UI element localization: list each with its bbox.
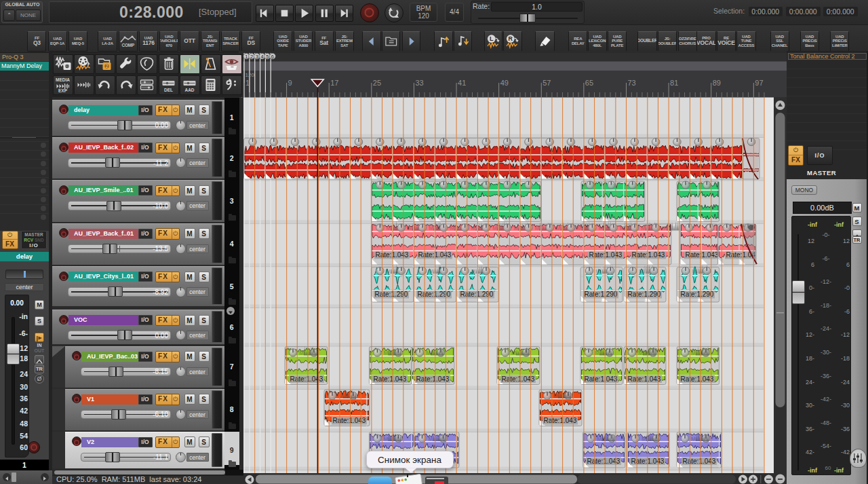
svg-text:M: M (597, 436, 601, 443)
svg-text:41: 41 (458, 79, 466, 87)
svg-text:M: M (383, 350, 388, 356)
svg-text:33: 33 (415, 79, 423, 87)
svg-text:M: M (598, 225, 603, 231)
svg-text:4: 4 (260, 54, 263, 60)
svg-text:65: 65 (585, 79, 593, 87)
svg-text:Rate:1.290: Rate:1.290 (628, 291, 661, 298)
svg-text:97: 97 (755, 79, 763, 87)
svg-text:M: M (386, 268, 391, 275)
svg-text:Rate:1.043: Rate:1.043 (376, 251, 409, 259)
svg-text:89: 89 (713, 79, 721, 87)
svg-text:25: 25 (373, 79, 381, 87)
svg-text:R: R (509, 35, 513, 42)
svg-text:M: M (595, 268, 600, 275)
svg-text:Rate:1.043: Rate:1.043 (544, 417, 577, 424)
svg-text:M: M (471, 225, 476, 231)
svg-text:5: 5 (266, 54, 269, 60)
svg-text:M: M (692, 268, 696, 275)
svg-text:Rate:1.043: Rate:1.043 (681, 375, 714, 383)
svg-text:M: M (513, 225, 518, 231)
svg-text:M: M (662, 225, 667, 231)
svg-text:1: 1 (245, 54, 248, 60)
svg-text:M: M (535, 225, 540, 231)
svg-text:M: M (642, 436, 646, 443)
svg-text:AAD: AAD (184, 88, 194, 92)
svg-text:EXP: EXP (58, 88, 67, 93)
svg-text:Rate:1.290: Rate:1.290 (585, 291, 618, 298)
svg-text:M: M (638, 350, 643, 356)
svg-text:M: M (691, 436, 696, 443)
svg-text:1: 1 (245, 79, 250, 87)
svg-text:M: M (429, 225, 433, 231)
svg-text:M: M (577, 225, 582, 231)
svg-text:9: 9 (288, 79, 292, 87)
svg-text:M: M (553, 393, 558, 400)
svg-text:M: M (338, 393, 343, 400)
svg-text:17: 17 (330, 79, 338, 87)
svg-text:M: M (429, 436, 433, 443)
svg-text:M: M (492, 225, 497, 231)
svg-text:L: L (490, 35, 494, 42)
svg-text:81: 81 (670, 79, 678, 87)
svg-text:M: M (511, 350, 516, 356)
svg-text:M: M (299, 350, 304, 356)
svg-text:M: M (408, 225, 412, 231)
svg-text:73: 73 (627, 79, 635, 87)
svg-text:M: M (620, 225, 625, 231)
svg-text:Rate:1.290: Rate:1.290 (681, 291, 714, 298)
svg-text:M: M (386, 225, 391, 231)
svg-text:120: 120 (245, 72, 255, 78)
svg-text:Rate:1.043: Rate:1.043 (628, 375, 661, 383)
svg-text:DEL: DEL (164, 88, 173, 92)
svg-text:49: 49 (500, 79, 509, 87)
svg-text:M: M (429, 268, 433, 275)
svg-text:2: 2 (250, 54, 253, 60)
svg-text:M: M (641, 225, 646, 231)
svg-text:M: M (639, 268, 644, 275)
svg-text:M: M (426, 350, 431, 356)
svg-text:M: M (691, 350, 696, 356)
svg-text:Rate:1.043: Rate:1.043 (502, 375, 535, 383)
svg-text:M: M (450, 225, 454, 231)
svg-text:3: 3 (256, 54, 258, 60)
svg-text:6: 6 (271, 54, 274, 60)
svg-text:MEDIA: MEDIA (56, 77, 70, 82)
svg-text:Rate:1.043: Rate:1.043 (585, 375, 618, 383)
svg-text:Rate:1.043: Rate:1.043 (416, 375, 450, 383)
svg-text:2: 2 (106, 64, 108, 69)
svg-text:M: M (383, 436, 388, 443)
svg-text:57: 57 (542, 79, 551, 87)
svg-text:Rate:1.043: Rate:1.043 (418, 251, 452, 259)
svg-text:M: M (556, 225, 561, 231)
svg-text:Rate:1.043: Rate:1.043 (374, 375, 407, 383)
svg-text:M: M (471, 268, 476, 275)
svg-text:Rate:1.043: Rate:1.043 (589, 251, 623, 259)
svg-text:M: M (595, 350, 599, 356)
